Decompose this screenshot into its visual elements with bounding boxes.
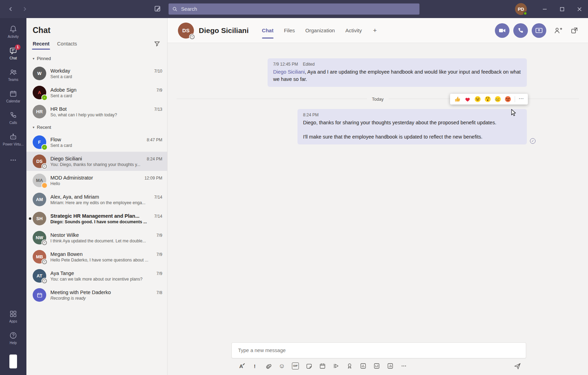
tab-organization[interactable]: Organization (305, 18, 335, 43)
new-chat-icon[interactable] (154, 5, 162, 13)
sent-receipt-icon: ✓ (530, 138, 536, 144)
reaction-angry-icon[interactable] (505, 96, 511, 102)
date-divider-label: Today (367, 97, 388, 102)
chat-preview: Sent a card (50, 143, 162, 148)
reaction-laughing-icon[interactable] (474, 96, 481, 102)
chat-list-item[interactable]: MB Megan Bowen 7/9 Hello Pete Daderko, I… (26, 247, 167, 266)
avatar-initials: A (38, 90, 41, 95)
rail-item-calendar[interactable]: Calendar (0, 85, 26, 107)
chat-list-item[interactable]: SH Strategic HR Management and Plan... 7… (26, 209, 167, 228)
section-header[interactable]: ▾ Pinned (26, 52, 167, 64)
reaction-picker: ⋯ (450, 94, 528, 105)
bar-chart-app-icon[interactable] (373, 362, 380, 369)
avatar: AT (33, 269, 46, 283)
close-button[interactable] (571, 0, 588, 18)
chat-preview: I think Aya updated the document. Let me… (50, 239, 162, 243)
filter-icon[interactable] (153, 40, 162, 48)
avatar: A (33, 86, 46, 99)
tab-contacts[interactable]: Contacts (57, 41, 77, 50)
conversation-avatar[interactable]: DS (178, 23, 194, 39)
search-input[interactable] (180, 6, 416, 12)
titlebar: PD (0, 0, 588, 18)
chat-list-item[interactable]: W Workday 7/10 Sent a card (26, 64, 167, 83)
tab-recent[interactable]: Recent (33, 41, 49, 50)
chat-name: HR Bot (50, 106, 152, 112)
chat-list-item[interactable]: MA MOD Administrator 12:09 PM Hello (26, 171, 167, 190)
screen-share-icon (535, 27, 543, 34)
rail-item-power-virtual-agents[interactable]: Power Virtu... (0, 128, 26, 150)
rail-item-apps[interactable]: Apps (0, 306, 26, 327)
chat-list-item[interactable]: Meeting with Pete Daderko 7/8 Recording … (26, 285, 167, 305)
calendar-icon (9, 90, 17, 98)
sticker-icon[interactable] (305, 362, 312, 369)
send-message-button[interactable] (514, 362, 521, 369)
attach-icon[interactable] (265, 362, 272, 369)
message-input[interactable] (237, 347, 520, 353)
giphy-icon[interactable]: GIF (292, 362, 299, 369)
back-arrow-button[interactable] (6, 5, 15, 14)
user-avatar[interactable]: PD (515, 3, 527, 15)
chat-preview: Diego: Sounds good. I have some document… (50, 219, 162, 224)
more-reactions-button[interactable]: ⋯ (518, 96, 524, 102)
reaction-sad-icon[interactable] (495, 96, 501, 102)
more-options-icon[interactable] (400, 362, 407, 369)
set-delivery-options-icon[interactable]: ! (251, 362, 258, 369)
add-people-button[interactable] (554, 26, 563, 35)
rail-item-teams[interactable]: Teams (0, 64, 26, 85)
chat-list-item[interactable]: HR HR Bot 7/13 So, what can I help you w… (26, 102, 167, 121)
screen-share-button[interactable] (532, 23, 546, 38)
praise-icon[interactable] (346, 362, 353, 369)
avatar: MB (33, 250, 46, 264)
avatar: DS (33, 155, 46, 168)
chat-time: 12:09 PM (145, 176, 162, 181)
chat-preview: Sent a card (50, 74, 162, 79)
audio-call-button[interactable] (513, 23, 528, 38)
chat-list-item[interactable]: DS Diego Siciliani 8:24 PM You: Diego, t… (26, 152, 167, 171)
rail-item-chat[interactable]: 1 Chat (0, 42, 26, 64)
section-header[interactable]: ▾ Recent (26, 121, 167, 133)
tab-files[interactable]: Files (284, 18, 295, 43)
schedule-meeting-icon[interactable] (319, 362, 326, 369)
add-tab-button[interactable]: + (373, 27, 377, 34)
tab-chat[interactable]: Chat (262, 18, 273, 43)
tab-activity[interactable]: Activity (345, 18, 362, 43)
forward-arrow-button[interactable] (20, 5, 29, 14)
avatar-initials: MB (36, 254, 43, 259)
chat-list-item[interactable]: AT Aya Tange 7/9 You: can we talk more a… (26, 266, 167, 285)
reaction-heart-icon[interactable] (464, 96, 471, 102)
chat-list-item[interactable]: AM Alex, Aya, and Miriam 7/14 Miriam: He… (26, 190, 167, 209)
rail-item-calls[interactable]: Calls (0, 107, 26, 128)
video-call-button[interactable] (495, 23, 509, 38)
rail-item-help[interactable]: Help (0, 327, 26, 349)
chat-time: 7/14 (154, 195, 162, 200)
mobile-device-button[interactable] (8, 353, 18, 369)
reaction-surprised-icon[interactable] (484, 96, 491, 102)
chat-list-item[interactable]: A Adobe Sign 7/9 Sent a card (26, 83, 167, 102)
chat-time: 7/14 (154, 214, 162, 219)
search-bar[interactable] (169, 3, 419, 15)
person-add-icon (554, 26, 563, 35)
avatar-initials (36, 292, 43, 298)
chat-list-item[interactable]: F Flow 8:47 PM Sent a card (26, 133, 167, 152)
pop-out-icon (570, 26, 579, 35)
rail-item-activity[interactable]: Activity (0, 21, 26, 42)
chevron-down-icon: ▾ (33, 125, 34, 129)
chat-list-item[interactable]: NW Nestor Wilke 7/9 I think Aya updated … (26, 228, 167, 247)
emoji-icon[interactable]: ☺ (278, 362, 285, 369)
format-icon[interactable]: A (238, 362, 245, 369)
minimize-button[interactable] (536, 0, 553, 18)
rail-item-more[interactable] (0, 150, 26, 172)
avatar: HR (33, 105, 46, 118)
app-rail: Activity 1 Chat Teams Calendar (0, 18, 26, 375)
mention-link[interactable]: Diego Siciliani (273, 69, 305, 75)
open-in-window-button[interactable] (570, 26, 579, 35)
stream-icon[interactable] (333, 362, 340, 369)
chat-name: Flow (50, 137, 144, 142)
compose-area: A ! ☺ GIF (168, 342, 588, 375)
bar-chart-app-icon[interactable] (387, 362, 394, 369)
bar-chart-app-icon[interactable] (360, 362, 367, 369)
phone-icon (9, 111, 17, 119)
reaction-thumbs-up-icon[interactable] (454, 96, 461, 102)
maximize-button[interactable] (553, 0, 571, 18)
message-input-box[interactable] (231, 342, 526, 358)
